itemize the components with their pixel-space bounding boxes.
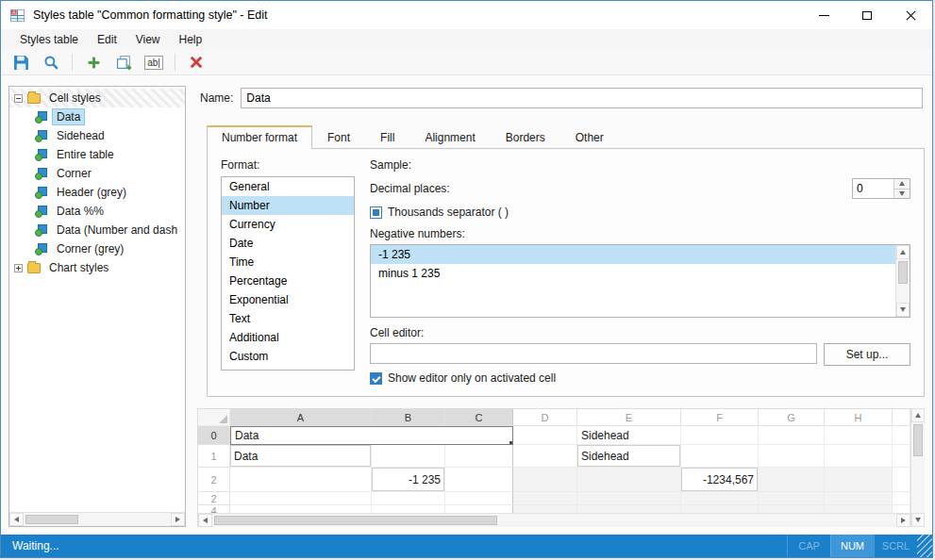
grid-horizontal-scrollbar[interactable] — [198, 513, 910, 527]
format-option-custom[interactable]: Custom — [222, 347, 354, 366]
grid-cell-editor[interactable]: Data — [230, 426, 513, 445]
row-header-1[interactable]: 1 — [198, 445, 230, 468]
grid-cell-a1[interactable]: Data — [230, 445, 372, 468]
stepper-up-button[interactable] — [894, 179, 910, 189]
tree-node-cell-styles[interactable]: Cell styles — [9, 89, 185, 107]
grid-cell[interactable] — [372, 445, 445, 468]
column-header-a[interactable]: A — [230, 409, 372, 426]
grid-cell[interactable] — [513, 445, 577, 468]
tab-other[interactable]: Other — [560, 125, 619, 148]
grid-cell[interactable] — [513, 505, 577, 513]
scroll-down-button[interactable] — [911, 513, 925, 527]
column-header-g[interactable]: G — [759, 409, 825, 426]
tree-node-chart-styles[interactable]: Chart styles — [9, 258, 185, 277]
tree-item-corner-grey[interactable]: Corner (grey) — [9, 239, 185, 258]
scroll-right-button[interactable] — [896, 514, 910, 527]
expand-icon[interactable] — [14, 264, 23, 272]
format-option-general[interactable]: General — [222, 177, 354, 196]
format-option-currency[interactable]: Currency — [222, 215, 354, 234]
tab-fill[interactable]: Fill — [365, 125, 409, 148]
show-editor-checkbox[interactable] — [370, 372, 382, 385]
search-button[interactable] — [39, 52, 63, 73]
negative-option-minus-sign[interactable]: -1 235 — [371, 245, 895, 264]
column-header-e[interactable]: E — [577, 409, 681, 426]
delete-style-button[interactable] — [184, 52, 209, 73]
scroll-thumb[interactable] — [898, 261, 908, 284]
tab-font[interactable]: Font — [312, 125, 365, 148]
grid-corner[interactable] — [198, 409, 230, 426]
negative-option-minus-word[interactable]: minus 1 235 — [371, 264, 895, 283]
menu-edit[interactable]: Edit — [88, 31, 126, 48]
tab-borders[interactable]: Borders — [491, 125, 560, 148]
grid-cell[interactable] — [445, 468, 513, 492]
grid-cell[interactable] — [513, 426, 577, 445]
column-header-f[interactable]: F — [681, 409, 759, 426]
thousands-separator-checkbox-row[interactable]: Thousands separator ( ) — [370, 206, 910, 219]
grid-cell[interactable] — [759, 426, 825, 445]
thousands-separator-checkbox[interactable] — [370, 206, 382, 219]
grid-cell[interactable] — [759, 505, 825, 513]
grid-cell-f2[interactable]: -1234,567 — [681, 468, 759, 492]
row-header-2[interactable]: 2 — [198, 468, 230, 492]
grid-cell[interactable] — [681, 492, 759, 505]
minimize-button[interactable] — [802, 1, 845, 29]
title-bar[interactable]: A Styles table "Common formatting style"… — [1, 1, 932, 29]
menu-styles-table[interactable]: Styles table — [10, 31, 88, 48]
maximize-button[interactable] — [845, 1, 889, 29]
grid-cell[interactable] — [759, 445, 825, 468]
scroll-right-button[interactable] — [171, 513, 185, 526]
grid-cell[interactable] — [759, 468, 825, 492]
scroll-up-button[interactable] — [896, 245, 910, 259]
format-option-number[interactable]: Number — [222, 196, 354, 215]
scroll-track[interactable] — [212, 514, 896, 527]
grid-cell[interactable] — [513, 468, 577, 492]
grid-cell[interactable] — [577, 468, 681, 492]
resize-grip[interactable] — [917, 535, 932, 557]
copy-style-button[interactable] — [111, 52, 136, 73]
grid-cell[interactable] — [825, 468, 893, 492]
add-style-button[interactable] — [81, 52, 106, 73]
grid-cell[interactable] — [372, 492, 445, 505]
scroll-track[interactable] — [896, 259, 910, 303]
grid-cell[interactable] — [681, 426, 759, 445]
grid-cell[interactable] — [372, 505, 445, 513]
column-header-h[interactable]: H — [825, 409, 893, 426]
grid-cell[interactable] — [445, 505, 513, 513]
menu-view[interactable]: View — [126, 31, 170, 48]
tree-item-data[interactable]: Data — [9, 107, 185, 126]
show-editor-checkbox-row[interactable]: Show editor only on activated cell — [370, 371, 910, 385]
format-option-time[interactable]: Time — [222, 253, 354, 272]
grid-cell[interactable] — [577, 505, 681, 513]
grid-cell-b2[interactable]: -1 235 — [372, 468, 445, 492]
name-input[interactable] — [241, 88, 923, 108]
tab-number-format[interactable]: Number format — [207, 125, 312, 149]
grid-cell[interactable] — [825, 445, 893, 468]
grid-cell-e0[interactable]: Sidehead — [577, 426, 681, 445]
cell-editor-input[interactable] — [370, 343, 817, 364]
row-header-3[interactable]: 2 — [198, 492, 230, 505]
row-header-4[interactable]: 4 — [198, 505, 230, 513]
tree-item-data-number-dash[interactable]: Data (Number and dash — [9, 221, 185, 239]
tree-horizontal-scrollbar[interactable] — [9, 512, 185, 526]
negative-list-scrollbar[interactable] — [895, 245, 910, 317]
grid-cell[interactable] — [445, 492, 513, 505]
grid-cell[interactable] — [230, 492, 372, 505]
grid-cell[interactable] — [230, 468, 372, 492]
format-option-text[interactable]: Text — [222, 309, 354, 328]
scroll-thumb[interactable] — [214, 516, 497, 525]
decimal-places-stepper[interactable] — [852, 178, 910, 199]
rename-style-button[interactable]: ab| — [142, 52, 166, 73]
grid-cell[interactable] — [445, 445, 513, 468]
scroll-left-button[interactable] — [9, 513, 24, 526]
format-option-exponential[interactable]: Exponential — [222, 290, 354, 309]
close-button[interactable] — [889, 1, 932, 29]
tree-item-data-percent[interactable]: Data %% — [9, 202, 185, 221]
tree-item-sidehead[interactable]: Sidehead — [9, 126, 185, 145]
tab-alignment[interactable]: Alignment — [409, 125, 490, 148]
grid-cell[interactable] — [681, 505, 759, 513]
column-header-b[interactable]: B — [372, 409, 445, 426]
grid-vertical-scrollbar[interactable] — [910, 408, 925, 527]
grid-cell[interactable] — [513, 492, 577, 505]
menu-help[interactable]: Help — [170, 31, 212, 48]
tree-item-corner[interactable]: Corner — [9, 164, 185, 183]
